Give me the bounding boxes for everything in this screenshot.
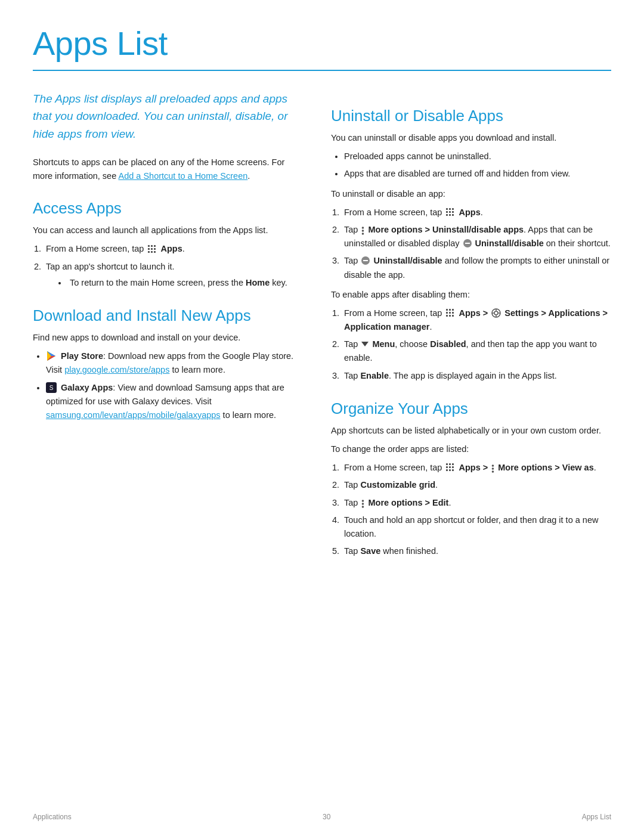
menu-arrow-icon xyxy=(361,342,369,346)
page-title: Apps List xyxy=(33,24,611,63)
apps-grid-icon-4 xyxy=(445,463,455,472)
uninstall-bullets: Preloaded apps cannot be uninstalled. Ap… xyxy=(331,150,611,181)
svg-rect-33 xyxy=(446,315,448,317)
svg-rect-16 xyxy=(449,208,451,210)
svg-point-54 xyxy=(362,500,364,502)
galaxy-apps-icon: S xyxy=(46,382,57,393)
svg-rect-50 xyxy=(452,469,454,471)
settings-icon xyxy=(491,308,501,318)
organize-step-4: Touch and hold an app shortcut or folder… xyxy=(342,513,611,541)
svg-rect-46 xyxy=(449,466,451,468)
footer-right: Apps List xyxy=(582,813,611,821)
footer-center: 30 xyxy=(323,813,330,821)
uninstall-step-3: Tap Uninstall/disable and follow the pro… xyxy=(342,254,611,281)
organize-body: App shortcuts can be listed alphabetical… xyxy=(331,424,611,438)
svg-rect-3 xyxy=(148,248,150,250)
svg-rect-15 xyxy=(446,208,448,210)
apps-bold-3: Apps > xyxy=(459,308,488,318)
svg-point-55 xyxy=(362,503,364,505)
title-divider xyxy=(33,70,611,71)
enable-step-1: From a Home screen, tap xyxy=(342,306,611,334)
svg-rect-5 xyxy=(154,248,156,250)
svg-rect-30 xyxy=(446,312,448,314)
download-bullets: Play Store: Download new apps from the G… xyxy=(33,349,301,422)
access-step-2: Tap an app's shortcut to launch it. To r… xyxy=(44,260,301,290)
intro-italic: The Apps list displays all preloaded app… xyxy=(33,90,301,143)
intro-link[interactable]: Add a Shortcut to a Home Screen xyxy=(118,171,247,181)
svg-rect-47 xyxy=(452,466,454,468)
uninstall-disable-bold-1: Uninstall/disable xyxy=(475,239,544,248)
organize-heading: Organize Your Apps xyxy=(331,400,611,418)
access-apps-steps: From a Home screen, tap xyxy=(33,242,301,290)
galaxy-apps-link[interactable]: samsung.com/levant/apps/mobile/galaxyapp… xyxy=(46,410,221,420)
svg-point-53 xyxy=(492,471,494,473)
intro-body-end: . xyxy=(247,171,250,181)
svg-rect-17 xyxy=(452,208,454,210)
apps-bold-2: Apps xyxy=(459,208,480,217)
more-options-bold-2: More options > View as xyxy=(498,463,593,472)
svg-point-25 xyxy=(362,230,364,232)
svg-text:S: S xyxy=(49,385,54,391)
intro-body: Shortcuts to apps can be placed on any o… xyxy=(33,156,301,182)
svg-rect-43 xyxy=(449,463,451,465)
apps-bold-4: Apps > xyxy=(459,463,488,472)
customizable-grid-bold: Customizable grid xyxy=(360,480,435,490)
access-step-2-sub: To return to the main Home screen, press… xyxy=(46,276,301,290)
svg-rect-0 xyxy=(148,245,150,247)
galaxy-apps-bold: Galaxy Apps xyxy=(61,383,113,392)
svg-rect-1 xyxy=(151,245,153,247)
organize-step-5: Tap Save when finished. xyxy=(342,544,611,558)
enable-steps: From a Home screen, tap xyxy=(331,306,611,383)
svg-rect-45 xyxy=(446,466,448,468)
svg-rect-22 xyxy=(449,214,451,216)
enable-steps-intro: To enable apps after disabling them: xyxy=(331,288,611,302)
organize-step-2: Tap Customizable grid. xyxy=(342,478,611,492)
play-store-link[interactable]: play.google.com/store/apps xyxy=(64,365,169,374)
uninstall-disable-bold-2: Uninstall/disable xyxy=(373,256,442,265)
uninstall-heading: Uninstall or Disable Apps xyxy=(331,107,611,125)
svg-rect-4 xyxy=(151,248,153,250)
svg-point-56 xyxy=(362,506,364,508)
save-bold: Save xyxy=(360,546,380,556)
svg-rect-18 xyxy=(446,211,448,213)
enable-step-3: Tap Enable. The app is displayed again i… xyxy=(342,369,611,383)
play-store-icon xyxy=(46,351,57,361)
svg-point-51 xyxy=(492,465,494,467)
access-apps-body: You can access and launch all applicatio… xyxy=(33,224,301,237)
svg-rect-48 xyxy=(446,469,448,471)
footer-left: Applications xyxy=(33,813,72,821)
home-bold: Home xyxy=(246,278,270,287)
download-body: Find new apps to download and install on… xyxy=(33,331,301,345)
enable-bold: Enable xyxy=(360,371,389,380)
uninstall-body: You can uninstall or disable apps you do… xyxy=(331,131,611,145)
two-column-layout: The Apps list displays all preloaded app… xyxy=(33,90,611,564)
download-heading: Download and Install New Apps xyxy=(33,306,301,325)
svg-point-52 xyxy=(492,468,494,470)
more-options-icon-2 xyxy=(491,463,494,472)
preloaded-bullet: Preloaded apps cannot be uninstalled. xyxy=(344,150,611,163)
galaxy-apps-bullet: S Galaxy Apps: View and download Samsung… xyxy=(46,381,301,423)
apps-grid-icon xyxy=(147,244,157,254)
svg-rect-21 xyxy=(446,214,448,216)
uninstall-steps-intro: To uninstall or disable an app: xyxy=(331,187,611,201)
uninstall-step-2: Tap More options > Uninstall/disable app… xyxy=(342,223,611,250)
apps-bold-1: Apps xyxy=(160,244,182,253)
svg-rect-2 xyxy=(154,245,156,247)
uninstall-steps: From a Home screen, tap xyxy=(331,206,611,282)
svg-rect-34 xyxy=(449,315,451,317)
svg-rect-27 xyxy=(446,309,448,311)
svg-rect-28 xyxy=(449,309,451,311)
menu-bold: Menu xyxy=(372,339,395,349)
home-key-bullet: To return to the main Home screen, press… xyxy=(67,276,301,290)
more-options-icon-1 xyxy=(361,225,364,234)
minus-icon-1 xyxy=(463,239,472,247)
page-container: Apps List The Apps list displays all pre… xyxy=(0,0,644,600)
organize-steps-intro: To change the order apps are listed: xyxy=(331,442,611,456)
svg-rect-19 xyxy=(449,211,451,213)
organize-step-3: Tap More options > Edit. xyxy=(342,496,611,510)
svg-rect-44 xyxy=(452,463,454,465)
enable-step-2: Tap Menu, choose Disabled, and then tap … xyxy=(342,337,611,365)
svg-rect-7 xyxy=(151,251,153,253)
svg-rect-49 xyxy=(449,469,451,471)
uninstall-step-1: From a Home screen, tap xyxy=(342,206,611,219)
